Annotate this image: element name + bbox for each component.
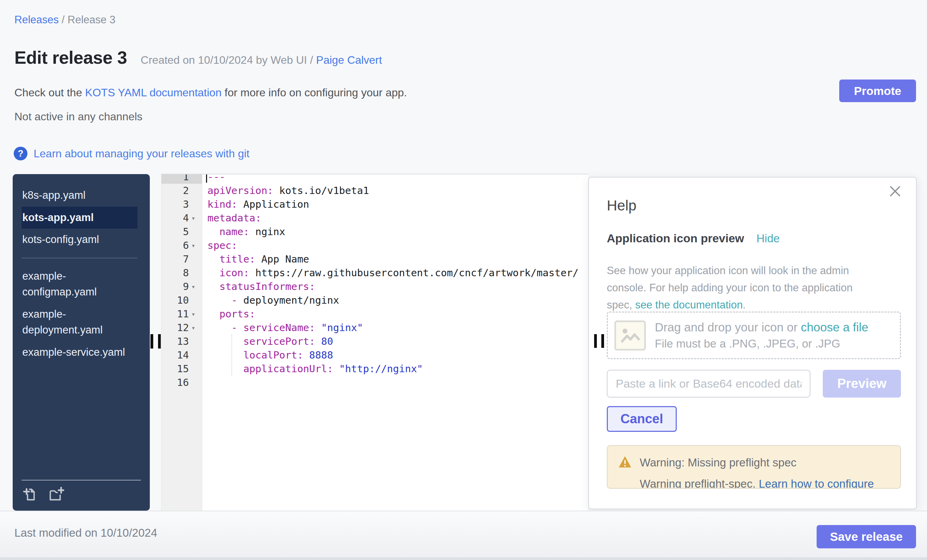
doc-info-line: Check out the KOTS YAML documentation fo… (14, 87, 407, 99)
cancel-button[interactable]: Cancel (607, 406, 677, 432)
breadcrumb-releases-link[interactable]: Releases (14, 14, 59, 26)
line-number: 7 (183, 253, 189, 265)
code-line[interactable]: 15 applicationUrl: "http://nginx" (161, 362, 588, 376)
code-line[interactable]: 11▾ ports: (161, 307, 588, 321)
add-folder-icon[interactable] (47, 486, 64, 503)
image-placeholder-icon (614, 320, 646, 351)
text-cursor (206, 175, 207, 183)
help-resize-handle-bar2[interactable] (601, 334, 604, 348)
icon-dropzone[interactable]: Drag and drop your icon or choose a file… (607, 311, 901, 359)
fold-arrow-icon[interactable]: ▾ (190, 310, 197, 318)
code-line[interactable]: 16 (161, 376, 588, 389)
line-number: 1 (183, 174, 189, 183)
help-panel: Help Application icon preview Hide See h… (588, 177, 917, 509)
file-list: k8s-app.yamlkots-app.yamlkots-config.yam… (13, 174, 150, 363)
file-tree-divider (21, 258, 137, 258)
edit-release-page: Releases / Release 3 Edit release 3 Crea… (0, 0, 927, 560)
code-line[interactable]: 4▾metadata: (161, 211, 588, 225)
code-line[interactable]: 7 title: App Name (161, 252, 588, 266)
add-file-icon[interactable] (22, 486, 38, 503)
title-row: Edit release 3 Created on 10/10/2024 by … (14, 47, 382, 68)
line-number: 14 (177, 349, 189, 361)
file-tree-item[interactable]: k8s-app.yaml (21, 184, 137, 206)
warning-title: Warning: Missing preflight spec (640, 456, 796, 469)
preview-button[interactable]: Preview (823, 370, 901, 398)
indent-guide (231, 334, 232, 376)
file-tree-item[interactable]: example-configmap.yaml (21, 265, 137, 303)
warning-detail: Warning preflight-spec. Learn how to con… (640, 477, 900, 489)
file-tree-item[interactable]: example-service.yaml (21, 341, 137, 364)
line-number: 10 (177, 294, 189, 306)
line-number: 12 (177, 322, 189, 334)
line-number: 8 (183, 267, 189, 279)
line-number: 3 (183, 199, 189, 210)
question-circle-icon: ? (14, 147, 27, 160)
file-tree-item[interactable]: kots-config.yaml (21, 229, 137, 251)
breadcrumb-current: Release 3 (68, 14, 115, 26)
choose-file-link[interactable]: choose a file (801, 320, 868, 334)
code-line[interactable]: 5 name: nginx (161, 225, 588, 238)
code-line[interactable]: 12▾ - serviceName: "nginx" (161, 321, 588, 334)
dropzone-hint: File must be a .PNG, .JPEG, or .JPG (655, 337, 868, 350)
editor-resize-handle-left[interactable] (150, 334, 153, 349)
last-modified-text: Last modified on 10/10/2024 (14, 527, 157, 539)
icon-preview-title: Application icon preview (607, 232, 744, 245)
created-info: Created on 10/10/2024 by Web UI / Paige … (141, 54, 382, 67)
author-link[interactable]: Paige Calvert (316, 54, 382, 66)
icon-preview-description: See how your application icon will look … (607, 262, 860, 314)
code-line[interactable]: 1--- (161, 174, 588, 184)
git-help-row[interactable]: ? Learn about managing your releases wit… (14, 147, 249, 160)
channel-status: Not active in any channels (14, 110, 143, 123)
save-release-button[interactable]: Save release (817, 525, 916, 548)
fold-arrow-icon[interactable]: ▾ (190, 324, 197, 331)
code-line[interactable]: 13 servicePort: 80 (161, 334, 588, 348)
fold-arrow-icon[interactable]: ▾ (190, 241, 197, 249)
kots-yaml-doc-link[interactable]: KOTS YAML documentation (85, 87, 222, 99)
code-line[interactable]: 9▾ statusInformers: (161, 280, 588, 293)
window-bottom-edge (0, 557, 927, 560)
git-releases-link[interactable]: Learn about managing your releases with … (33, 147, 249, 160)
preflight-warning: Warning: Missing preflight spec Warning … (607, 445, 901, 489)
line-number: 13 (177, 335, 189, 347)
page-title: Edit release 3 (14, 47, 127, 68)
line-number: 4 (183, 212, 189, 224)
line-number: 9 (183, 281, 189, 292)
yaml-code-editor[interactable]: 1---2apiVersion: kots.io/v1beta13kind: A… (161, 174, 588, 511)
footer-bar: Last modified on 10/10/2024 Save release (0, 511, 927, 560)
learn-how-to-configure-link[interactable]: Learn how to configure (759, 477, 874, 489)
warning-triangle-icon (618, 455, 632, 470)
line-number: 6 (183, 240, 189, 251)
code-line[interactable]: 14 localPort: 8888 (161, 348, 588, 362)
file-tree-item[interactable]: kots-app.yaml (21, 206, 137, 229)
file-tree-footer (13, 480, 150, 511)
file-tree-item[interactable]: example-deployment.yaml (21, 303, 137, 341)
hide-link[interactable]: Hide (757, 232, 780, 245)
help-resize-handle-bar1[interactable] (594, 334, 597, 348)
file-tree-sidebar: k8s-app.yamlkots-app.yamlkots-config.yam… (13, 174, 150, 511)
editor-lines: 1---2apiVersion: kots.io/v1beta13kind: A… (161, 174, 588, 389)
see-documentation-link[interactable]: see the documentation (635, 299, 743, 311)
breadcrumb: Releases / Release 3 (14, 14, 115, 26)
promote-button[interactable]: Promote (839, 79, 916, 102)
line-number: 5 (183, 226, 189, 238)
line-number: 15 (177, 363, 189, 375)
breadcrumb-separator: / (59, 14, 68, 26)
fold-arrow-icon[interactable]: ▾ (190, 214, 197, 222)
close-icon[interactable] (889, 185, 901, 197)
code-line[interactable]: 2apiVersion: kots.io/v1beta1 (161, 184, 588, 197)
line-number: 11 (177, 308, 189, 320)
dropzone-text: Drag and drop your icon or choose a file (655, 320, 868, 334)
help-title: Help (607, 197, 636, 214)
line-number: 16 (177, 376, 189, 388)
icon-url-input[interactable] (607, 370, 810, 398)
code-line[interactable]: 3kind: Application (161, 197, 588, 211)
code-line[interactable]: 6▾spec: (161, 238, 588, 252)
code-line[interactable]: 8 icon: https://raw.githubusercontent.co… (161, 266, 588, 280)
code-line[interactable]: 10 - deployment/nginx (161, 293, 588, 307)
line-number: 2 (183, 185, 189, 196)
editor-resize-handle-left-bar2[interactable] (158, 334, 161, 349)
fold-arrow-icon[interactable]: ▾ (190, 283, 197, 290)
